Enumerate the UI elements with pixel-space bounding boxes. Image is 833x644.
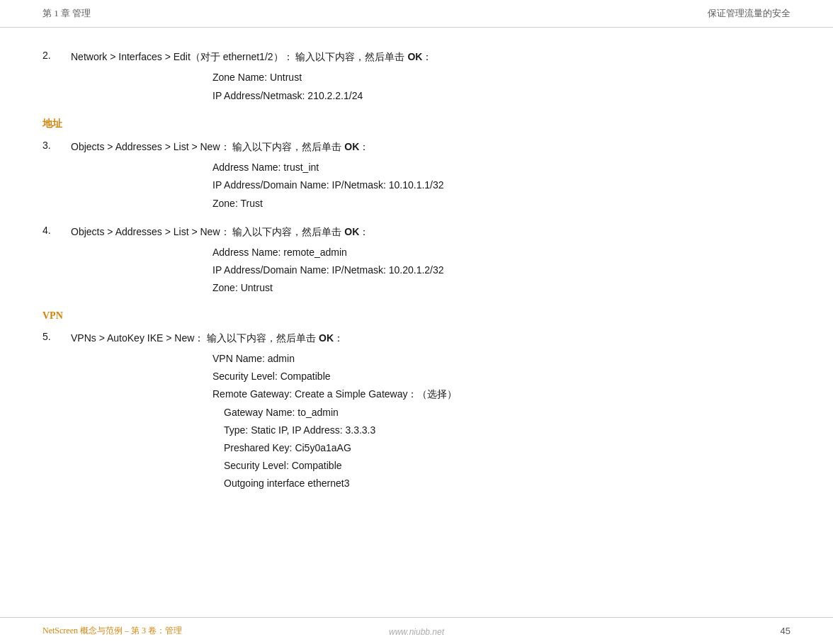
step-4-nav-path: Objects > Addresses > List > New [71, 226, 220, 237]
step-2-ok: OK [407, 51, 422, 62]
step-2-content: Network > Interfaces > Edit（对于 ethernet1… [71, 49, 790, 105]
step-5-colon: ： [194, 332, 204, 344]
step-4-end: ： [359, 226, 369, 237]
step-5-gateway-detail: Gateway Name: to_admin Type: Static IP, … [224, 404, 790, 493]
header-left: 第 1 章 管理 [42, 7, 91, 20]
step-3-action: 输入以下内容，然后单击 [232, 141, 341, 152]
step-2-detail-0: Zone Name: Untrust [212, 69, 790, 86]
step-5-item: 5. VPNs > AutoKey IKE > New： 输入以下内容，然后单击… [42, 330, 790, 493]
page-container: 第 1 章 管理 保证管理流量的安全 2. Network > Interfac… [0, 0, 833, 644]
step-4-detail-2: Zone: Untrust [212, 279, 790, 297]
step-5-instruction: VPNs > AutoKey IKE > New： 输入以下内容，然后单击 OK… [71, 330, 790, 346]
step-3-nav-path: Objects > Addresses > List > New [71, 141, 220, 152]
step-5-gateway-label: Remote Gateway: Create a Simple Gateway：… [212, 385, 790, 403]
step-5-nav-path: VPNs > AutoKey IKE > New [71, 332, 194, 344]
step-4-detail-1: IP Address/Domain Name: IP/Netmask: 10.2… [212, 261, 790, 279]
step-2-instruction: Network > Interfaces > Edit（对于 ethernet1… [71, 49, 790, 64]
step-5-number: 5. [42, 330, 71, 493]
gateway-detail-3: Security Level: Compatible [224, 457, 790, 475]
step-2-nav-path: Network > Interfaces > Edit [71, 51, 191, 62]
step-3-ok: OK [344, 141, 359, 152]
step-4-content: Objects > Addresses > List > New： 输入以下内容… [71, 224, 790, 298]
step-2-number: 2. [42, 49, 71, 105]
step-3-detail: Address Name: trust_int IP Address/Domai… [212, 159, 790, 213]
gateway-detail-2: Preshared Key: Ci5y0a1aAG [224, 439, 790, 457]
step-4-colon: ： [220, 226, 230, 237]
step-3-number: 3. [42, 139, 71, 213]
gateway-label-paren: （选择） [417, 388, 457, 400]
gateway-detail-1: Type: Static IP, IP Address: 3.3.3.3 [224, 422, 790, 439]
step-4-number: 4. [42, 224, 71, 298]
step-4-detail-0: Address Name: remote_admin [212, 244, 790, 261]
step-3-detail-1: IP Address/Domain Name: IP/Netmask: 10.1… [212, 176, 790, 194]
step-3-detail-0: Address Name: trust_int [212, 159, 790, 176]
step-5-detail-1: Security Level: Compatible [212, 368, 790, 385]
step-5-ok: OK [319, 332, 334, 344]
step-2-item: 2. Network > Interfaces > Edit（对于 ethern… [42, 49, 790, 105]
step-2-end: ： [422, 51, 432, 62]
main-content: 2. Network > Interfaces > Edit（对于 ethern… [0, 28, 833, 617]
step-4-ok: OK [344, 226, 359, 237]
watermark: www.niubb.net [389, 627, 444, 637]
step-5-end: ： [334, 332, 344, 344]
step-3-content: Objects > Addresses > List > New： 输入以下内容… [71, 139, 790, 213]
step-2-detail-1: IP Address/Netmask: 210.2.2.1/24 [212, 87, 790, 105]
step-5-main-detail: VPN Name: admin Security Level: Compatib… [212, 350, 790, 404]
step-5-action: 输入以下内容，然后单击 [207, 332, 316, 344]
footer-left: NetScreen 概念与范例 – 第 3 卷：管理 [42, 625, 182, 637]
step-2-detail: Zone Name: Untrust IP Address/Netmask: 2… [212, 69, 790, 104]
step-3-colon: ： [220, 141, 230, 152]
step-2-paren: （对于 ethernet1/2） [191, 51, 283, 62]
header-right: 保证管理流量的安全 [708, 7, 790, 20]
gateway-label-text: Remote Gateway: Create a Simple Gateway： [212, 388, 417, 400]
step-4-action: 输入以下内容，然后单击 [232, 226, 341, 237]
step-3-detail-2: Zone: Trust [212, 195, 790, 213]
step-3-item: 3. Objects > Addresses > List > New： 输入以… [42, 139, 790, 213]
gateway-detail-0: Gateway Name: to_admin [224, 404, 790, 422]
vpn-heading: VPN [42, 310, 790, 322]
step-5-content: VPNs > AutoKey IKE > New： 输入以下内容，然后单击 OK… [71, 330, 790, 493]
step-5-detail-0: VPN Name: admin [212, 350, 790, 368]
step-4-item: 4. Objects > Addresses > List > New： 输入以… [42, 224, 790, 298]
footer-page-number: 45 [781, 626, 790, 636]
step-2-colon: ： [283, 51, 293, 62]
gateway-detail-4: Outgoing interface ethernet3 [224, 475, 790, 492]
step-4-instruction: Objects > Addresses > List > New： 输入以下内容… [71, 224, 790, 239]
step-3-end: ： [359, 141, 369, 152]
step-3-instruction: Objects > Addresses > List > New： 输入以下内容… [71, 139, 790, 154]
address-heading: 地址 [42, 118, 790, 130]
header-bar: 第 1 章 管理 保证管理流量的安全 [0, 0, 833, 28]
step-4-detail: Address Name: remote_admin IP Address/Do… [212, 244, 790, 298]
step-2-action: 输入以下内容，然后单击 [295, 51, 404, 62]
